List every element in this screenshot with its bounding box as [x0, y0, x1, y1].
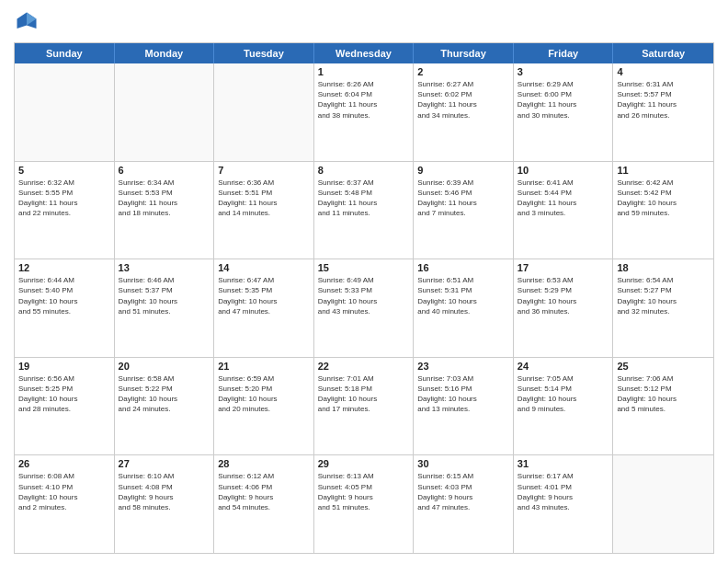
day-cell: 5Sunrise: 6:32 AM Sunset: 5:55 PM Daylig… — [15, 162, 115, 259]
day-cell: 22Sunrise: 7:01 AM Sunset: 5:18 PM Dayli… — [314, 358, 415, 455]
day-info: Sunrise: 6:44 AM Sunset: 5:40 PM Dayligh… — [18, 275, 110, 316]
day-cell: 29Sunrise: 6:13 AM Sunset: 4:05 PM Dayli… — [314, 455, 415, 553]
day-number: 21 — [218, 361, 310, 372]
week-row-3: 12Sunrise: 6:44 AM Sunset: 5:40 PM Dayli… — [15, 259, 713, 358]
day-number: 1 — [318, 66, 410, 77]
day-cell: 6Sunrise: 6:34 AM Sunset: 5:53 PM Daylig… — [115, 162, 215, 259]
day-cell: 21Sunrise: 6:59 AM Sunset: 5:20 PM Dayli… — [214, 358, 314, 455]
day-info: Sunrise: 6:12 AM Sunset: 4:06 PM Dayligh… — [218, 471, 310, 512]
day-info: Sunrise: 7:05 AM Sunset: 5:14 PM Dayligh… — [518, 373, 609, 415]
day-number: 6 — [119, 165, 210, 176]
day-number: 8 — [318, 165, 410, 176]
day-cell: 27Sunrise: 6:10 AM Sunset: 4:08 PM Dayli… — [115, 455, 215, 553]
day-info: Sunrise: 6:36 AM Sunset: 5:51 PM Dayligh… — [218, 178, 310, 219]
week-row-5: 26Sunrise: 6:08 AM Sunset: 4:10 PM Dayli… — [15, 455, 713, 553]
day-cell: 13Sunrise: 6:46 AM Sunset: 5:37 PM Dayli… — [115, 259, 215, 357]
day-number: 10 — [518, 165, 609, 176]
day-cell — [214, 63, 314, 161]
day-cell: 18Sunrise: 6:54 AM Sunset: 5:27 PM Dayli… — [613, 259, 713, 357]
day-number: 5 — [18, 165, 110, 176]
day-cell: 25Sunrise: 7:06 AM Sunset: 5:12 PM Dayli… — [613, 358, 713, 455]
day-cell: 16Sunrise: 6:51 AM Sunset: 5:31 PM Dayli… — [414, 259, 514, 357]
day-info: Sunrise: 6:17 AM Sunset: 4:01 PM Dayligh… — [518, 471, 609, 512]
week-row-4: 19Sunrise: 6:56 AM Sunset: 5:25 PM Dayli… — [15, 358, 713, 456]
logo-icon — [14, 9, 40, 35]
day-info: Sunrise: 6:56 AM Sunset: 5:25 PM Dayligh… — [18, 373, 110, 415]
header — [14, 9, 714, 35]
day-cell: 26Sunrise: 6:08 AM Sunset: 4:10 PM Dayli… — [15, 455, 115, 553]
day-cell: 2Sunrise: 6:27 AM Sunset: 6:02 PM Daylig… — [414, 63, 514, 161]
day-number: 7 — [218, 165, 310, 176]
day-cell: 14Sunrise: 6:47 AM Sunset: 5:35 PM Dayli… — [214, 259, 314, 357]
day-info: Sunrise: 6:53 AM Sunset: 5:29 PM Dayligh… — [518, 275, 609, 316]
day-info: Sunrise: 6:54 AM Sunset: 5:27 PM Dayligh… — [617, 275, 710, 316]
day-info: Sunrise: 6:31 AM Sunset: 5:57 PM Dayligh… — [617, 79, 710, 121]
day-header-sunday: Sunday — [15, 43, 115, 63]
day-info: Sunrise: 6:13 AM Sunset: 4:05 PM Dayligh… — [318, 471, 410, 512]
day-number: 14 — [218, 262, 310, 273]
day-headers: SundayMondayTuesdayWednesdayThursdayFrid… — [15, 43, 713, 63]
day-number: 12 — [18, 262, 110, 273]
day-number: 11 — [617, 165, 710, 176]
day-info: Sunrise: 6:58 AM Sunset: 5:22 PM Dayligh… — [119, 373, 210, 415]
logo — [14, 9, 43, 35]
day-number: 3 — [518, 66, 609, 77]
day-info: Sunrise: 6:15 AM Sunset: 4:03 PM Dayligh… — [417, 471, 509, 512]
day-cell — [613, 455, 713, 553]
day-info: Sunrise: 6:37 AM Sunset: 5:48 PM Dayligh… — [318, 178, 410, 219]
day-cell: 1Sunrise: 6:26 AM Sunset: 6:04 PM Daylig… — [314, 63, 415, 161]
day-number: 15 — [318, 262, 410, 273]
day-info: Sunrise: 6:42 AM Sunset: 5:42 PM Dayligh… — [617, 178, 710, 219]
day-header-saturday: Saturday — [613, 43, 713, 63]
day-info: Sunrise: 6:51 AM Sunset: 5:31 PM Dayligh… — [417, 275, 509, 316]
day-number: 30 — [417, 458, 509, 469]
day-info: Sunrise: 7:06 AM Sunset: 5:12 PM Dayligh… — [617, 373, 710, 415]
day-number: 26 — [18, 458, 110, 469]
day-cell: 23Sunrise: 7:03 AM Sunset: 5:16 PM Dayli… — [414, 358, 514, 455]
day-number: 19 — [18, 361, 110, 372]
day-cell — [15, 63, 115, 161]
day-header-wednesday: Wednesday — [314, 43, 415, 63]
day-info: Sunrise: 6:39 AM Sunset: 5:46 PM Dayligh… — [417, 178, 509, 219]
day-number: 13 — [119, 262, 210, 273]
day-number: 16 — [417, 262, 509, 273]
day-number: 17 — [518, 262, 609, 273]
day-header-thursday: Thursday — [414, 43, 514, 63]
day-info: Sunrise: 6:26 AM Sunset: 6:04 PM Dayligh… — [318, 79, 410, 121]
calendar: SundayMondayTuesdayWednesdayThursdayFrid… — [14, 42, 714, 554]
day-cell: 4Sunrise: 6:31 AM Sunset: 5:57 PM Daylig… — [613, 63, 713, 161]
day-info: Sunrise: 6:10 AM Sunset: 4:08 PM Dayligh… — [119, 471, 210, 512]
day-number: 28 — [218, 458, 310, 469]
week-row-1: 1Sunrise: 6:26 AM Sunset: 6:04 PM Daylig… — [15, 63, 713, 162]
day-cell: 11Sunrise: 6:42 AM Sunset: 5:42 PM Dayli… — [613, 162, 713, 259]
day-cell — [115, 63, 215, 161]
day-number: 24 — [518, 361, 609, 372]
day-number: 20 — [119, 361, 210, 372]
day-info: Sunrise: 6:49 AM Sunset: 5:33 PM Dayligh… — [318, 275, 410, 316]
day-info: Sunrise: 6:46 AM Sunset: 5:37 PM Dayligh… — [119, 275, 210, 316]
day-number: 4 — [617, 66, 710, 77]
day-info: Sunrise: 7:03 AM Sunset: 5:16 PM Dayligh… — [417, 373, 509, 415]
day-cell: 10Sunrise: 6:41 AM Sunset: 5:44 PM Dayli… — [514, 162, 614, 259]
day-info: Sunrise: 7:01 AM Sunset: 5:18 PM Dayligh… — [318, 373, 410, 415]
day-cell: 28Sunrise: 6:12 AM Sunset: 4:06 PM Dayli… — [214, 455, 314, 553]
day-cell: 15Sunrise: 6:49 AM Sunset: 5:33 PM Dayli… — [314, 259, 415, 357]
day-header-monday: Monday — [115, 43, 215, 63]
day-number: 18 — [617, 262, 710, 273]
day-number: 23 — [417, 361, 509, 372]
day-cell: 30Sunrise: 6:15 AM Sunset: 4:03 PM Dayli… — [414, 455, 514, 553]
day-cell: 3Sunrise: 6:29 AM Sunset: 6:00 PM Daylig… — [514, 63, 614, 161]
day-info: Sunrise: 6:08 AM Sunset: 4:10 PM Dayligh… — [18, 471, 110, 512]
day-number: 25 — [617, 361, 710, 372]
day-info: Sunrise: 6:41 AM Sunset: 5:44 PM Dayligh… — [518, 178, 609, 219]
day-header-friday: Friday — [514, 43, 614, 63]
day-info: Sunrise: 6:29 AM Sunset: 6:00 PM Dayligh… — [518, 79, 609, 121]
day-cell: 9Sunrise: 6:39 AM Sunset: 5:46 PM Daylig… — [414, 162, 514, 259]
day-cell: 19Sunrise: 6:56 AM Sunset: 5:25 PM Dayli… — [15, 358, 115, 455]
day-number: 29 — [318, 458, 410, 469]
day-cell: 12Sunrise: 6:44 AM Sunset: 5:40 PM Dayli… — [15, 259, 115, 357]
day-cell: 7Sunrise: 6:36 AM Sunset: 5:51 PM Daylig… — [214, 162, 314, 259]
day-number: 9 — [417, 165, 509, 176]
day-cell: 24Sunrise: 7:05 AM Sunset: 5:14 PM Dayli… — [514, 358, 614, 455]
page: SundayMondayTuesdayWednesdayThursdayFrid… — [0, 0, 728, 563]
